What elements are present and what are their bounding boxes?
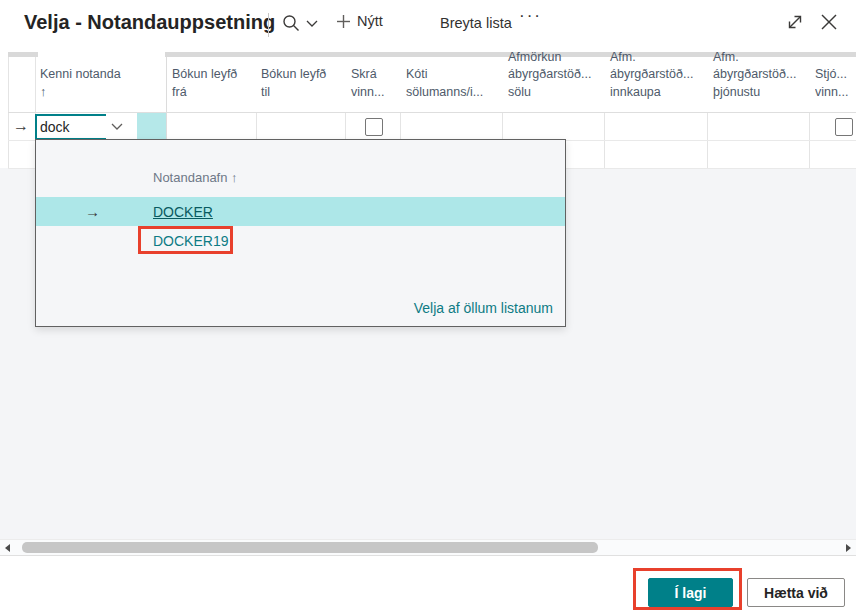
annotation-rectangle-docker19 [138, 226, 233, 254]
kenni-notanda-input[interactable] [35, 114, 109, 140]
current-row-pointer-icon: → [13, 117, 29, 135]
page-title: Velja - Notandauppsetning [24, 11, 275, 34]
lookup-column-header[interactable]: Notandanafn ↑ [153, 170, 238, 185]
select-from-full-list-link[interactable]: Velja af öllum listanum [414, 300, 553, 316]
column-header-label: Afmörkun [508, 49, 591, 67]
column-header-label: Stjó... [815, 66, 848, 84]
column-header-label: Bókun leyfð [172, 66, 237, 84]
close-icon[interactable] [819, 12, 839, 32]
current-row-pointer-icon: → [85, 203, 100, 220]
scrollbar-thumb[interactable] [22, 542, 598, 553]
column-header-label: Afm. [713, 49, 796, 67]
column-header-label: ábyrgðarstöð... [508, 66, 591, 84]
column-header-bokun-leyfd-til[interactable]: Bókun leyfðtil [261, 57, 345, 107]
search-icon [281, 13, 301, 33]
sort-ascending-icon: ↑ [40, 84, 121, 102]
velja-notandauppsetning-dialog: Velja - Notandauppsetning Nýtt Breyta li… [0, 0, 856, 613]
lookup-item-docker-row[interactable]: → DOCKER [36, 197, 565, 226]
column-header-label: vinn... [815, 84, 848, 102]
column-header-label: Afm. [610, 49, 693, 67]
scroll-right-arrow-icon[interactable] [846, 544, 851, 552]
column-header-label: sölumanns/i... [406, 84, 483, 102]
annotation-rectangle-ok-button [633, 568, 742, 610]
column-header-bokun-leyfd-fra[interactable]: Bókun leyfðfrá [172, 57, 256, 107]
column-header-label: Kenni notanda [40, 66, 121, 84]
lookup-chevron-down-icon[interactable] [106, 114, 128, 140]
column-header-afmorkun-solu[interactable]: Afmörkunábyrgðarstöð...sölu [508, 57, 604, 107]
horizontal-scrollbar[interactable] [0, 539, 856, 556]
lookup-item-docker-link[interactable]: DOCKER [153, 204, 213, 220]
plus-icon [336, 14, 351, 29]
lookup-dropdown-panel: Notandanafn ↑ → DOCKER DOCKER19 Velja af… [35, 139, 566, 327]
lookup-item-docker19-row[interactable]: DOCKER19 [36, 226, 565, 255]
toolbar-divider [268, 13, 269, 37]
new-button[interactable]: Nýtt [336, 13, 383, 29]
column-header-label: Bókun leyfð [261, 66, 326, 84]
column-header-afm-innkaupa[interactable]: Afm.ábyrgðarstöð...innkaupa [610, 57, 706, 107]
column-header-label: ábyrgðarstöð... [610, 66, 693, 84]
column-header-label: ábyrgðarstöð... [713, 66, 796, 84]
column-header-label: innkaupa [610, 84, 693, 102]
column-header-label: frá [172, 84, 237, 102]
search-button[interactable] [281, 13, 301, 33]
column-header-kenni-notanda[interactable]: Kenni notanda↑ [40, 57, 162, 107]
column-header-label: sölu [508, 84, 591, 102]
column-header-afm-thjonustu[interactable]: Afm.ábyrgðarstöð...þjónustu [713, 57, 809, 107]
column-header-label: vinn... [351, 84, 384, 102]
column-header-label: til [261, 84, 326, 102]
column-header-skra-vinn[interactable]: Skrávinn... [351, 57, 399, 107]
grid-top-border [8, 52, 38, 57]
column-header-label: Skrá [351, 66, 384, 84]
stjo-vinn-checkbox[interactable] [835, 118, 853, 136]
selected-cell-highlight[interactable] [137, 113, 166, 140]
new-button-label: Nýtt [357, 13, 383, 29]
lookup-column-header-label: Notandanafn [153, 170, 227, 185]
sort-ascending-icon: ↑ [231, 170, 238, 185]
scroll-left-arrow-icon[interactable] [5, 544, 10, 552]
column-header-label: Kóti [406, 66, 483, 84]
cancel-button[interactable]: Hætta við [747, 578, 845, 607]
search-chevron-down-icon[interactable] [306, 20, 318, 28]
grid-border [8, 112, 856, 113]
column-header-koti-solumanns[interactable]: Kótisölumanns/i... [406, 57, 502, 107]
column-header-stjo-vinn[interactable]: Stjó...vinn... [815, 57, 856, 107]
edit-list-button[interactable]: Breyta lista [440, 15, 512, 31]
more-options-icon[interactable]: ··· [519, 6, 542, 26]
skra-vinn-checkbox[interactable] [365, 118, 383, 136]
column-header-label: þjónustu [713, 84, 796, 102]
expand-window-icon[interactable] [786, 13, 804, 31]
